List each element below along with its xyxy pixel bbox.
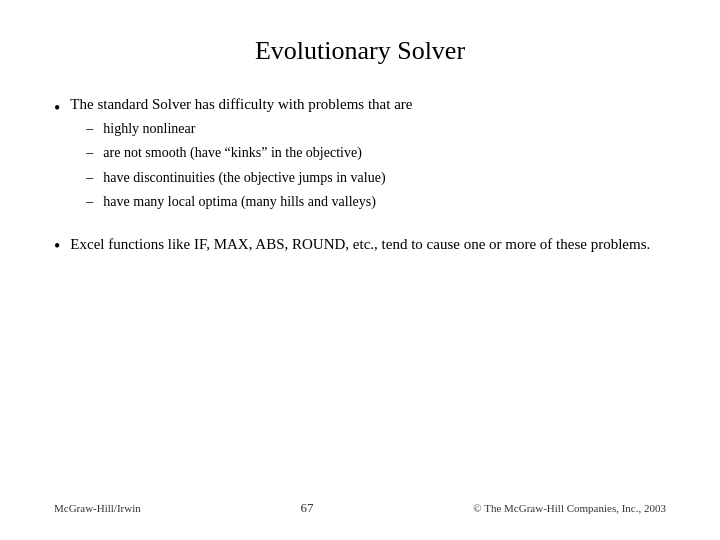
sub-bullet-1-3: – have discontinuities (the objective ju… <box>70 168 412 188</box>
bullet-dot-2: • <box>54 234 60 259</box>
slide: Evolutionary Solver • The standard Solve… <box>0 0 720 540</box>
sub-dash-2: – <box>70 143 93 163</box>
footer: McGraw-Hill/Irwin 67 © The McGraw-Hill C… <box>54 494 666 516</box>
sub-dash-1: – <box>70 119 93 139</box>
sub-bullet-text-1-2: are not smooth (have “kinks” in the obje… <box>103 143 362 163</box>
sub-bullet-text-1-4: have many local optima (many hills and v… <box>103 192 376 212</box>
sub-bullet-1-4: – have many local optima (many hills and… <box>70 192 412 212</box>
bullet-item-2: • Excel functions like IF, MAX, ABS, ROU… <box>54 234 666 259</box>
sub-bullet-text-1-1: highly nonlinear <box>103 119 195 139</box>
footer-right: © The McGraw-Hill Companies, Inc., 2003 <box>473 502 666 514</box>
bullet-text-1: The standard Solver has difficulty with … <box>70 96 412 212</box>
slide-title: Evolutionary Solver <box>54 36 666 66</box>
bullet-label-1: The standard Solver has difficulty with … <box>70 96 412 112</box>
content-area: • The standard Solver has difficulty wit… <box>54 96 666 484</box>
bullet-dot-1: • <box>54 96 60 121</box>
sub-dash-3: – <box>70 168 93 188</box>
footer-left: McGraw-Hill/Irwin <box>54 502 141 514</box>
sub-dash-4: – <box>70 192 93 212</box>
bullet-label-2: Excel functions like IF, MAX, ABS, ROUND… <box>70 234 650 256</box>
sub-bullet-1-1: – highly nonlinear <box>70 119 412 139</box>
footer-center: 67 <box>301 500 314 516</box>
bullet-item-1: • The standard Solver has difficulty wit… <box>54 96 666 212</box>
sub-bullet-text-1-3: have discontinuities (the objective jump… <box>103 168 385 188</box>
sub-bullets-1: – highly nonlinear – are not smooth (hav… <box>70 119 412 212</box>
sub-bullet-1-2: – are not smooth (have “kinks” in the ob… <box>70 143 412 163</box>
